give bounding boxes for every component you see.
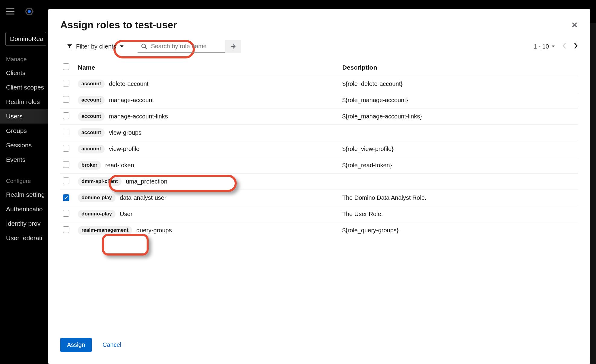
role-description: ${role_view-profile} — [340, 141, 578, 157]
client-badge: dmm-api-client — [78, 177, 122, 186]
role-name: manage-account-links — [109, 113, 168, 120]
row-checkbox[interactable] — [63, 112, 69, 119]
role-description: ${role_manage-account} — [340, 92, 578, 108]
row-checkbox[interactable] — [63, 194, 69, 201]
row-checkbox[interactable] — [63, 96, 69, 103]
role-description — [340, 174, 578, 190]
row-checkbox[interactable] — [63, 145, 69, 152]
search-input[interactable] — [150, 42, 228, 50]
table-row: brokerread-token${role_read-token} — [60, 157, 578, 174]
role-name: view-profile — [109, 146, 139, 152]
row-checkbox[interactable] — [63, 80, 69, 86]
client-badge: account — [78, 96, 105, 105]
pager-range[interactable]: 1 - 10 — [534, 43, 555, 50]
role-description: ${role_read-token} — [340, 157, 578, 174]
role-name: User — [120, 211, 132, 218]
modal-backdrop: Assign roles to test-user ✕ Filter by cl… — [0, 0, 596, 364]
column-description: Description — [340, 60, 578, 76]
role-name: query-groups — [136, 227, 172, 234]
filter-by-clients-dropdown[interactable]: Filter by clients — [60, 40, 131, 53]
table-row: accountview-profile${role_view-profile} — [60, 141, 578, 157]
funnel-icon — [67, 44, 72, 49]
roles-table: Name Description accountdelete-account${… — [60, 60, 578, 238]
role-name: manage-account — [109, 97, 154, 104]
table-row: accountmanage-account-links${role_manage… — [60, 108, 578, 125]
row-checkbox[interactable] — [63, 226, 69, 233]
role-description: The Domino Data Analyst Role. — [340, 190, 578, 206]
row-checkbox[interactable] — [63, 129, 69, 135]
role-name: delete-account — [109, 80, 148, 87]
arrow-right-icon — [230, 43, 236, 49]
role-name: read-token — [105, 162, 134, 169]
cancel-button[interactable]: Cancel — [101, 341, 123, 349]
client-badge: broker — [78, 161, 101, 170]
role-name: view-groups — [109, 129, 141, 136]
table-row: dmm-api-clientuma_protection — [60, 174, 578, 190]
svg-point-2 — [142, 44, 146, 48]
role-description: ${role_manage-account-links} — [340, 108, 578, 125]
row-checkbox[interactable] — [63, 210, 69, 217]
row-checkbox[interactable] — [63, 177, 69, 184]
role-name: uma_protection — [126, 178, 167, 185]
client-badge: account — [78, 112, 105, 121]
row-checkbox[interactable] — [63, 161, 69, 168]
check-icon — [64, 196, 68, 200]
caret-down-icon — [120, 44, 124, 49]
role-description — [340, 125, 578, 141]
close-icon[interactable]: ✕ — [571, 20, 578, 30]
role-description: ${role_delete-account} — [340, 76, 578, 92]
search-submit-button[interactable] — [225, 40, 241, 53]
pager-next[interactable] — [574, 43, 578, 50]
role-description: ${role_query-groups} — [340, 222, 578, 239]
assign-button[interactable]: Assign — [60, 338, 92, 352]
client-badge: domino-play — [78, 210, 116, 218]
table-row: accountmanage-account${role_manage-accou… — [60, 92, 578, 108]
role-description: The User Role. — [340, 206, 578, 222]
role-name: data-analyst-user — [120, 194, 166, 201]
svg-line-3 — [145, 47, 147, 49]
table-row: domino-playUserThe User Role. — [60, 206, 578, 222]
client-badge: realm-management — [78, 226, 132, 235]
assign-roles-modal: Assign roles to test-user ✕ Filter by cl… — [48, 9, 590, 364]
table-row: accountdelete-account${role_delete-accou… — [60, 76, 578, 92]
search-icon — [141, 43, 147, 49]
client-badge: account — [78, 80, 105, 88]
modal-title: Assign roles to test-user — [60, 19, 177, 31]
table-row: accountview-groups — [60, 125, 578, 141]
pager-prev[interactable] — [562, 43, 566, 50]
client-badge: domino-play — [78, 193, 116, 202]
caret-down-icon — [551, 45, 555, 48]
column-name: Name — [75, 60, 340, 76]
table-row: domino-playdata-analyst-userThe Domino D… — [60, 190, 578, 206]
select-all-checkbox[interactable] — [63, 63, 69, 70]
client-badge: account — [78, 128, 105, 137]
filter-label: Filter by clients — [76, 43, 116, 50]
client-badge: account — [78, 145, 105, 153]
table-row: realm-managementquery-groups${role_query… — [60, 222, 578, 239]
